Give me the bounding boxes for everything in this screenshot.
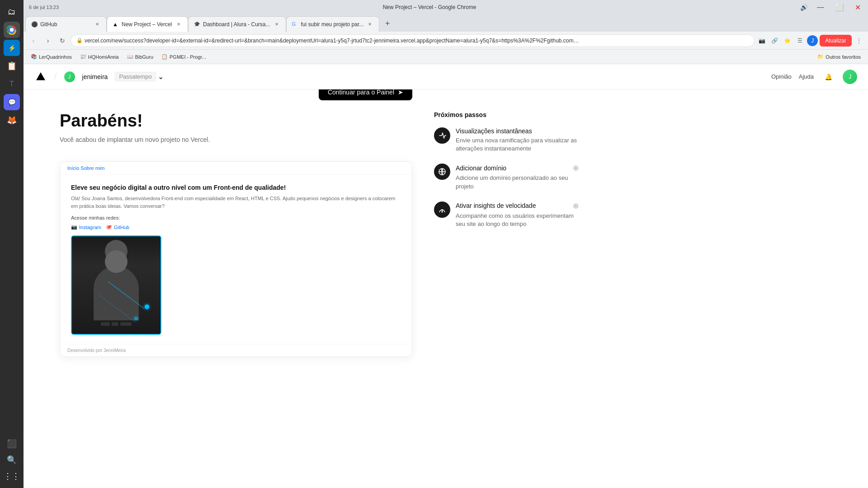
bookmark-icon[interactable]: ⭐ [782, 35, 793, 46]
search-favicon: G [292, 21, 298, 28]
github-link[interactable]: 🐙 GitHub [106, 224, 129, 230]
svg-point-1 [10, 28, 14, 32]
congrats-subtitle: Você acabou de implantar um novo projeto… [60, 136, 210, 143]
close-button[interactable]: ✕ [853, 1, 863, 14]
svg-line-3 [99, 295, 135, 322]
bookmark-lerquadrinhos[interactable]: 📚 LerQuadrinhos [27, 52, 75, 62]
os-vscode-icon[interactable]: ⚡ [4, 40, 20, 56]
screenshot-icon[interactable]: 📷 [756, 35, 767, 46]
new-tab-button[interactable]: + [381, 17, 394, 30]
extensions-icon[interactable]: ⋮ [854, 35, 864, 46]
alura-favicon: 🎓 [194, 21, 200, 28]
os-search-icon[interactable]: 🔍 [4, 452, 20, 468]
bookmark-bibguru[interactable]: 📖 BibGuru [123, 52, 157, 62]
tab-alura-close[interactable]: ✕ [273, 21, 280, 28]
speed-insights-desc: Acompanhe como os usuários experimentam … [456, 212, 579, 228]
os-discord-icon[interactable]: 💬 [4, 94, 20, 110]
preview-networks: 📷 Instagram 🐙 GitHub [71, 224, 401, 230]
tab-search-label: fui subir meu projeto par... [301, 21, 364, 28]
back-button[interactable]: ‹ [27, 34, 40, 47]
os-teams-icon[interactable]: T [4, 76, 20, 92]
bookmarks-bar: 📚 LerQuadrinhos 📰 HQHomiAreia 📖 BibGuru … [24, 50, 868, 64]
vercel-logo[interactable] [34, 70, 47, 83]
outros-favoritos[interactable]: 📁 Outros favoritos [814, 54, 864, 60]
os-terminal-icon[interactable]: ⬛ [4, 436, 20, 452]
nav-right: Opinião Ajuda 🔔 J [771, 70, 857, 84]
add-domain-arrow-icon[interactable]: ⊕ [573, 164, 579, 172]
minimize-button[interactable]: — [815, 1, 826, 13]
speed-insights-arrow-icon[interactable]: ⊕ [573, 202, 579, 210]
right-column: Próximos passos Visualizações instantâne… [434, 111, 579, 466]
continue-to-panel-button[interactable]: Continuar para o Painel ➤ [319, 89, 412, 100]
tab-search[interactable]: G fui subir meu projeto par... ✕ [286, 16, 380, 32]
address-input[interactable]: 🔒 vercel.com/new/success?developer-id=&e… [71, 34, 755, 47]
tab-github[interactable]: ⚫ GitHub ✕ [25, 16, 107, 32]
chrome-window: 6 de jul 13:23 New Project – Vercel - Go… [24, 0, 868, 488]
instagram-link[interactable]: 📷 Instagram [71, 224, 101, 230]
bibguru-label: BibGuru [135, 54, 153, 60]
notifications-button[interactable]: 🔔 [821, 70, 835, 84]
profile-icon[interactable]: J [807, 35, 818, 46]
add-domain-desc: Adicione um domínio personalizado ao seu… [456, 174, 579, 190]
os-chrome-icon[interactable] [4, 22, 20, 38]
nav-separator: / [54, 71, 57, 82]
maximize-button[interactable]: ⬜ [833, 1, 846, 14]
tab-alura[interactable]: 🎓 Dashboard | Alura - Cursa... ✕ [188, 16, 286, 32]
tab-github-close[interactable]: ✕ [94, 21, 101, 28]
preview-body: Eleve seu negócio digital a outro nível … [60, 175, 412, 344]
os-apps-icon[interactable]: ⋮⋮ [4, 468, 20, 484]
bookmark-hqhomiareia[interactable]: 📰 HQHomiAreia [76, 52, 123, 62]
sound-icon[interactable]: 🔊 [800, 4, 808, 11]
address-text: vercel.com/new/success?developer-id=&ext… [85, 38, 582, 44]
opinion-link[interactable]: Opinião [771, 73, 792, 80]
user-avatar-large[interactable]: J [843, 70, 857, 84]
nav-username: jenimeira [82, 73, 108, 80]
instant-previews-desc: Envie uma nova ramificação para visualiz… [456, 136, 579, 153]
sidebar-toggle-icon[interactable]: ☰ [794, 35, 805, 46]
instant-previews-icon [434, 127, 450, 144]
pgmei-favicon: 📋 [161, 54, 168, 60]
scope-label: Passatempo [115, 72, 156, 81]
vercel-main-content: Parabéns! Você acabou de implantar um no… [24, 89, 868, 488]
reload-button[interactable]: ↻ [56, 34, 69, 47]
hqhomiareia-favicon: 📰 [80, 54, 86, 60]
speed-insights-title: Ativar insights de velocidade [456, 202, 536, 209]
tab-search-close[interactable]: ✕ [366, 21, 373, 28]
congrats-title: Parabéns! [60, 111, 210, 131]
tab-vercel-new[interactable]: ▲ New Project – Vercel ✕ [107, 16, 188, 32]
forward-button[interactable]: › [42, 34, 54, 47]
preview-hero-text: Eleve seu negócio digital a outro nível … [71, 184, 401, 191]
lock-icon: 🔒 [76, 38, 83, 43]
os-calendar-icon[interactable]: 📋 [4, 58, 20, 74]
update-button[interactable]: Atualizar [820, 35, 852, 47]
os-firefox-icon[interactable]: 🦊 [4, 112, 20, 128]
arrow-circle-icon: ➤ [398, 89, 403, 96]
address-bar-area: ‹ › ↻ 🔒 vercel.com/new/success?developer… [24, 32, 868, 50]
os-files-icon[interactable]: 🗂 [4, 4, 20, 20]
bibguru-favicon: 📖 [127, 54, 133, 60]
window-title: New Project – Vercel - Google Chrome [383, 4, 476, 10]
preview-image-container [71, 235, 161, 335]
bookmark-pgmei[interactable]: 📋 PGMEI - Progr... [158, 52, 210, 62]
share-icon[interactable]: 🔗 [769, 35, 780, 46]
address-icons: 📷 🔗 ⭐ ☰ J Atualizar ⋮ [756, 35, 864, 47]
nav-user-avatar: J [64, 71, 75, 82]
title-bar-controls: 🔊 — ⬜ ✕ [800, 1, 863, 14]
speed-insights-icon [434, 202, 450, 218]
folder-icon: 📁 [817, 54, 824, 60]
next-step-speed-insights: Ativar insights de velocidade ⊕ Acompanh… [434, 202, 579, 228]
instant-previews-title: Visualizações instantâneas [456, 127, 532, 135]
outros-favoritos-label: Outros favoritos [826, 54, 861, 60]
preview-desc: Olá! Sou Joana Santos, desenvolvedora Fr… [71, 195, 401, 210]
github-favicon: ⚫ [31, 21, 38, 28]
lerquadrinhos-label: LerQuadrinhos [39, 54, 72, 60]
app-area: / J jenimeira Passatempo ⌄ Opinião Ajuda… [24, 64, 868, 488]
tab-vercel-close[interactable]: ✕ [175, 21, 182, 28]
project-scope[interactable]: Passatempo ⌄ [115, 72, 163, 81]
continue-btn-label: Continuar para o Painel [328, 89, 394, 96]
preview-header: Início Sobre mim [60, 162, 412, 175]
add-domain-content: Adicionar domínio ⊕ Adicione um domínio … [456, 164, 579, 190]
help-link[interactable]: Ajuda [799, 73, 814, 80]
next-steps-title: Próximos passos [434, 111, 579, 118]
left-column: Parabéns! Você acabou de implantar um no… [60, 111, 412, 466]
